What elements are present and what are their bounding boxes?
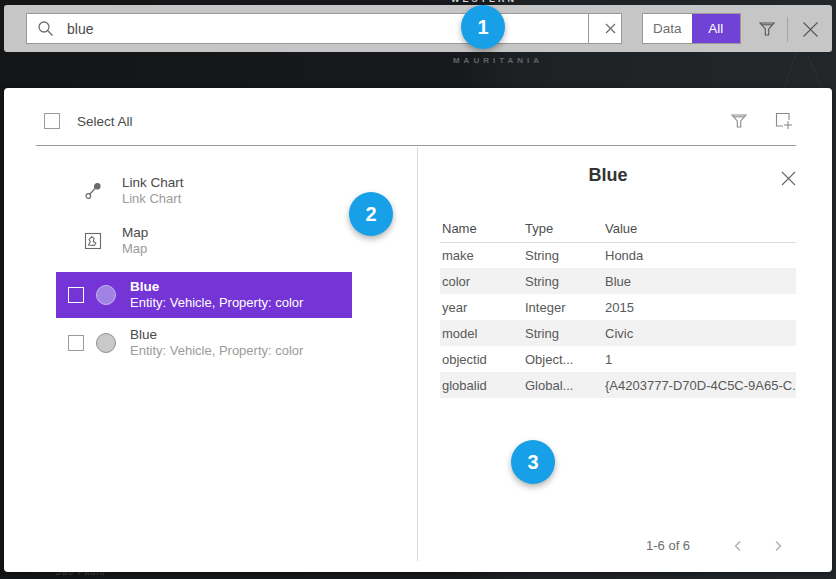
search-input[interactable]	[65, 20, 588, 38]
result-subtitle: Entity: Vehicle, Property: color	[130, 295, 303, 311]
table-row: globalid Global... {A4203777-D70D-4C5C-9…	[440, 372, 796, 398]
cell-type: String	[524, 268, 604, 294]
result-subtitle: Entity: Vehicle, Property: color	[130, 343, 303, 359]
toggle-option-all[interactable]: All	[692, 14, 741, 43]
details-title: Blue	[440, 165, 776, 186]
result-text: Map Map	[122, 225, 148, 257]
table-row: objectid Object... 1	[440, 346, 796, 372]
clear-x-icon	[605, 23, 616, 34]
result-text: Blue Entity: Vehicle, Property: color	[130, 327, 303, 359]
link-chart-icon	[84, 182, 102, 200]
cell-value: 2015	[604, 294, 796, 320]
chevron-left-icon	[731, 539, 745, 553]
table-header-row: Name Type Value	[440, 216, 796, 242]
result-title: Map	[122, 225, 148, 241]
result-text: Link Chart Link Chart	[122, 175, 184, 207]
cell-type: Object...	[524, 346, 604, 372]
cell-value: 1	[604, 346, 796, 372]
pagination-next-button[interactable]	[768, 536, 788, 556]
table-row: model String Civic	[440, 320, 796, 346]
cell-type: Global...	[524, 372, 604, 398]
search-filter-button[interactable]	[755, 17, 779, 41]
cell-type: Integer	[524, 294, 604, 320]
square-plus-icon	[774, 111, 794, 131]
entity-dot-icon	[96, 285, 116, 305]
result-title: Link Chart	[122, 175, 184, 191]
entity-dot-icon	[96, 333, 116, 353]
cell-value: {A4203777-D70D-4C5C-9A65-C...	[604, 372, 796, 398]
filter-funnel-icon	[730, 112, 748, 130]
table-row: color String Blue	[440, 268, 796, 294]
callout-2: 2	[349, 192, 393, 236]
col-header-name: Name	[440, 216, 524, 242]
map-label-western: WESTERN	[424, 0, 544, 4]
search-toolbar: Data All	[4, 5, 832, 52]
result-checkbox[interactable]	[68, 287, 84, 303]
map-icon	[84, 232, 102, 250]
cell-name: objectid	[440, 346, 524, 372]
table-row: year Integer 2015	[440, 294, 796, 320]
search-icon	[37, 20, 54, 37]
toolbar-divider	[787, 17, 788, 42]
panel-header-divider	[36, 145, 796, 146]
result-checkbox[interactable]	[68, 335, 84, 351]
cell-type: String	[524, 320, 604, 346]
cell-name: model	[440, 320, 524, 346]
pagination-prev-button[interactable]	[728, 536, 748, 556]
result-row-map[interactable]: Map Map	[56, 218, 352, 264]
table-row: make String Honda	[440, 242, 796, 268]
pagination-label: 1-6 of 6	[646, 538, 690, 553]
result-text: Blue Entity: Vehicle, Property: color	[130, 279, 303, 311]
list-details-divider	[417, 147, 418, 561]
select-all-label: Select All	[77, 114, 133, 129]
search-box	[26, 13, 622, 44]
toggle-option-data[interactable]: Data	[643, 14, 692, 43]
select-all-checkbox[interactable]	[44, 113, 60, 129]
col-header-type: Type	[524, 216, 604, 242]
search-clear-button[interactable]	[588, 14, 621, 43]
result-subtitle: Link Chart	[122, 191, 184, 207]
col-header-value: Value	[604, 216, 796, 242]
result-subtitle: Map	[122, 241, 148, 257]
data-all-toggle: Data All	[642, 13, 741, 44]
screen: WESTERN MAURITANIA São Paulo Data All	[0, 0, 836, 579]
cell-name: make	[440, 242, 524, 268]
map-label-mauritania: MAURITANIA	[408, 56, 588, 65]
details-close-button[interactable]	[776, 166, 800, 190]
cell-name: globalid	[440, 372, 524, 398]
result-title: Blue	[130, 279, 303, 295]
filter-funnel-icon	[758, 20, 776, 38]
cell-value: Honda	[604, 242, 796, 268]
select-all-control: Select All	[44, 113, 133, 129]
results-filter-button[interactable]	[727, 109, 751, 133]
callout-3: 3	[511, 440, 555, 484]
search-close-button[interactable]	[798, 17, 822, 41]
close-x-icon	[802, 21, 819, 38]
chevron-right-icon	[771, 539, 785, 553]
add-to-selection-button[interactable]	[772, 109, 796, 133]
result-row-blue-selected[interactable]: Blue Entity: Vehicle, Property: color	[56, 272, 352, 318]
cell-type: String	[524, 242, 604, 268]
cell-value: Civic	[604, 320, 796, 346]
callout-1: 1	[461, 5, 505, 49]
cell-name: color	[440, 268, 524, 294]
result-title: Blue	[130, 327, 303, 343]
cell-name: year	[440, 294, 524, 320]
cell-value: Blue	[604, 268, 796, 294]
result-row-link-chart[interactable]: Link Chart Link Chart	[56, 168, 352, 214]
result-row-blue[interactable]: Blue Entity: Vehicle, Property: color	[56, 320, 352, 366]
attributes-table: Name Type Value make String Honda color …	[440, 216, 796, 398]
close-x-icon	[781, 171, 796, 186]
